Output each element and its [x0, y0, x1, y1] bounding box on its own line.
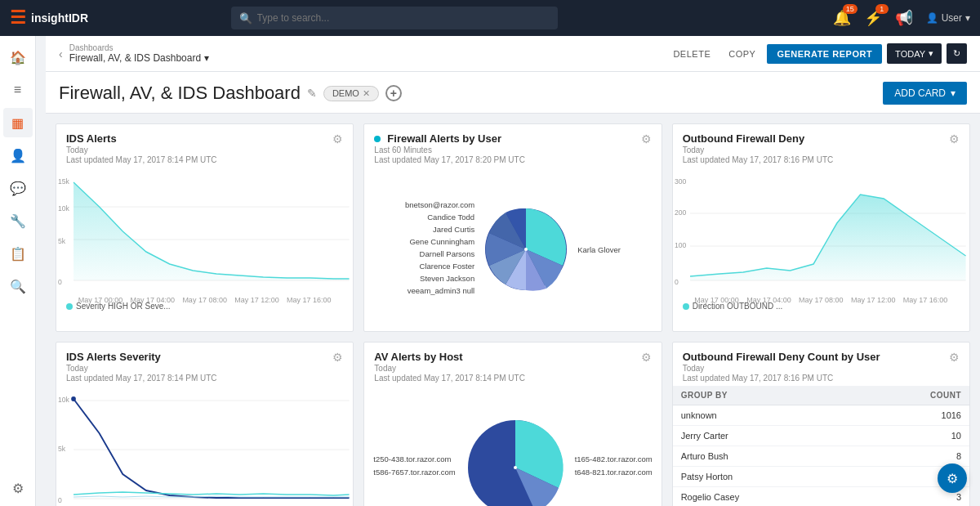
card-timeframe: Today [66, 146, 217, 154]
edit-icon[interactable]: ✎ [307, 87, 317, 100]
alerts-icon[interactable]: ⚡ 1 [864, 9, 882, 27]
col-group-by: GROUP BY [673, 386, 857, 405]
pie-label: bnetson@razor.com [405, 200, 474, 209]
card-gear-icon[interactable]: ⚙ [641, 351, 652, 364]
card-updated: Last updated May 17, 2017 8:14 PM UTC [66, 155, 217, 164]
av-pie-labels-right: t165-482.tor.razor.com t648-821.tor.razo… [575, 455, 653, 481]
collapse-icon[interactable]: ‹ [59, 47, 63, 60]
card-title: IDS Alerts [66, 132, 217, 145]
search-bar[interactable]: 🔍 [231, 7, 558, 29]
sidebar-item-logs[interactable]: ≡ [3, 75, 33, 105]
settings-icon: ⚙ [947, 471, 958, 486]
card-gear-icon[interactable]: ⚙ [949, 132, 960, 146]
group-by-cell: unknown [673, 405, 857, 426]
breadcrumb-current: Firewall, AV, & IDS Dashboard ▾ [69, 52, 209, 64]
notification-badge: 15 [843, 4, 858, 14]
card-gear-icon[interactable]: ⚙ [332, 351, 343, 364]
sidebar-item-tools[interactable]: 🔧 [3, 206, 33, 235]
table-row: Rogelio Casey3 [673, 487, 969, 507]
topnav-right: 🔔 15 ⚡ 1 📢 👤 User ▾ [833, 9, 970, 27]
sidebar-item-home[interactable]: 🏠 [3, 43, 33, 72]
pie-label: Candice Todd [405, 213, 474, 222]
breadcrumb-left: ‹ Dashboards Firewall, AV, & IDS Dashboa… [59, 43, 209, 64]
hamburger-icon[interactable]: ☰ [10, 7, 26, 29]
chevron-down-icon: ▾ [951, 87, 956, 99]
card-gear-icon[interactable]: ⚙ [332, 132, 343, 146]
pie-labels-left: bnetson@razor.com Candice Todd Jared Cur… [405, 200, 474, 298]
firewall-pie-chart: bnetson@razor.com Candice Todd Jared Cur… [364, 168, 661, 331]
refresh-button[interactable]: ↻ [947, 43, 967, 64]
pie-label: veeam_admin3 null [405, 286, 474, 295]
sidebar-item-search[interactable]: 🔍 [3, 271, 33, 301]
pie-label: t250-438.tor.razor.com [373, 455, 455, 463]
card-av-header: AV Alerts by Host Today Last updated May… [364, 343, 661, 386]
sidebar-item-messages[interactable]: 💬 [3, 173, 33, 203]
breadcrumb-parent: Dashboards [69, 43, 209, 52]
chevron-icon: ▾ [204, 52, 209, 64]
main-content: ‹ Dashboards Firewall, AV, & IDS Dashboa… [46, 36, 980, 506]
pie-label: Gene Cunningham [405, 237, 474, 246]
sidebar-item-users[interactable]: 👤 [3, 141, 33, 170]
svg-point-24 [514, 466, 517, 469]
notifications-icon[interactable]: 🔔 15 [833, 9, 851, 27]
user-menu[interactable]: 👤 User ▾ [926, 12, 970, 24]
svg-text:10k: 10k [58, 396, 69, 404]
card-firewall-header: Firewall Alerts by User Last 60 Minutes … [364, 124, 661, 168]
live-dot [374, 136, 381, 142]
card-title: AV Alerts by Host [374, 351, 525, 363]
svg-text:100: 100 [675, 241, 686, 249]
svg-text:200: 200 [675, 208, 686, 217]
pie-label-right: Karla Glover [577, 245, 621, 254]
card-av-alerts-host: AV Alerts by Host Today Last updated May… [363, 342, 662, 506]
card-gear-icon[interactable]: ⚙ [949, 351, 960, 364]
add-card-button[interactable]: ADD CARD ▾ [883, 82, 967, 105]
add-tag-button[interactable]: + [385, 85, 402, 101]
alert-badge: 1 [875, 4, 889, 14]
svg-text:15k: 15k [58, 177, 69, 186]
sidebar-item-dashboard[interactable]: ▦ [3, 108, 33, 137]
svg-text:0: 0 [58, 278, 62, 286]
x-axis-labels: May 17 00:00 May 17 04:00 May 17 08:00 M… [56, 296, 353, 304]
svg-text:5k: 5k [58, 445, 66, 453]
table-row: unknown1016 [673, 405, 969, 426]
pie-label: Steven Jackson [405, 274, 474, 283]
copy-button[interactable]: COPY [722, 46, 762, 62]
card-ids-alerts: IDS Alerts Today Last updated May 17, 20… [56, 123, 354, 332]
app-logo: ☰ insightIDR [10, 7, 88, 29]
x-axis-labels: May 17 00:00 May 17 04:00 May 17 08:00 M… [673, 296, 969, 304]
card-title: Outbound Firewall Deny Count by User [683, 351, 880, 363]
table-row: Jerry Carter10 [673, 426, 969, 446]
chevron-down-icon: ▾ [965, 12, 970, 24]
table-scroll-area[interactable]: GROUP BY COUNT unknown1016Jerry Carter10… [673, 386, 969, 506]
ids-alerts-chart: 15k 10k 5k 0 [56, 168, 353, 298]
svg-point-22 [71, 396, 76, 401]
generate-report-button[interactable]: GENERATE REPORT [767, 44, 882, 64]
user-name: User [942, 12, 962, 24]
av-pie-chart: t250-438.tor.razor.com t586-7657.tor.raz… [364, 386, 661, 506]
card-table-header: Outbound Firewall Deny Count by User Tod… [673, 343, 969, 386]
count-cell: 10 [856, 426, 969, 446]
svg-point-8 [524, 248, 528, 251]
sidebar-item-reports[interactable]: 📋 [3, 239, 33, 268]
settings-fab[interactable]: ⚙ [938, 463, 967, 493]
table-header-row: GROUP BY COUNT [673, 386, 969, 405]
card-ids-severity-header: IDS Alerts Severity Today Last updated M… [56, 343, 353, 386]
pie-label: t648-821.tor.razor.com [575, 468, 653, 477]
search-input[interactable] [257, 12, 550, 24]
broadcast-icon[interactable]: 📢 [895, 9, 913, 27]
card-title: Outbound Firewall Deny [683, 132, 834, 145]
card-gear-icon[interactable]: ⚙ [641, 132, 652, 146]
today-button[interactable]: TODAY ▾ [887, 43, 942, 64]
svg-text:10k: 10k [58, 204, 69, 213]
severity-chart: 10k 5k 0 May 17 00:00 [56, 386, 353, 506]
tag-close-icon[interactable]: ✕ [363, 88, 370, 99]
card-ids-alerts-header: IDS Alerts Today Last updated May 17, 20… [56, 124, 353, 168]
left-sidebar: 🏠 ≡ ▦ 👤 💬 🔧 📋 🔍 ⚙ [0, 36, 36, 506]
page-header: Firewall, AV, & IDS Dashboard ✎ DEMO ✕ +… [46, 72, 980, 114]
search-icon: 🔍 [239, 12, 252, 25]
delete-button[interactable]: DELETE [666, 46, 717, 62]
table-row: Patsy Horton6 [673, 467, 969, 487]
top-navigation: ☰ insightIDR 🔍 🔔 15 ⚡ 1 📢 👤 User ▾ [0, 0, 980, 36]
pie-svg [481, 204, 571, 294]
sidebar-item-settings[interactable]: ⚙ [3, 473, 33, 503]
